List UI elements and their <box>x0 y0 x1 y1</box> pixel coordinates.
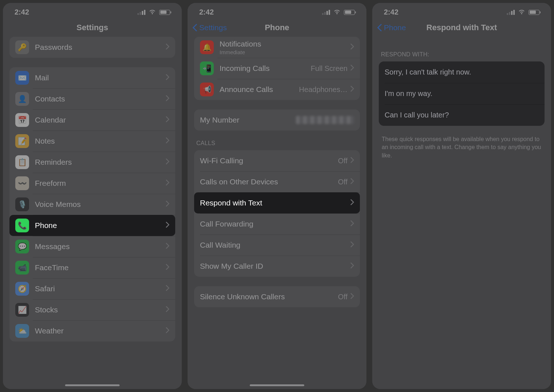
row-calls-other-devices[interactable]: Calls on Other Devices Off <box>194 171 360 192</box>
phone-icon: 📞 <box>15 219 29 232</box>
battery-icon <box>529 10 539 15</box>
settings-row-facetime[interactable]: 📹 FaceTime <box>9 257 175 278</box>
announce-icon: 📢 <box>200 83 214 96</box>
stocks-icon: 📈 <box>15 303 29 317</box>
safari-icon: 🧭 <box>15 282 29 296</box>
incoming-call-icon: 📲 <box>200 61 214 75</box>
chevron-right-icon <box>350 65 354 72</box>
voice-memos-icon: 🎙️ <box>15 197 29 211</box>
settings-row-voice-memos[interactable]: 🎙️ Voice Memos <box>9 194 175 215</box>
row-show-caller-id[interactable]: Show My Caller ID <box>194 256 360 277</box>
section-header-respond: RESPOND WITH: <box>381 51 542 58</box>
navbar: Phone Respond with Text <box>372 19 551 37</box>
chevron-right-icon <box>166 159 169 166</box>
row-incoming-calls[interactable]: 📲 Incoming Calls Full Screen <box>194 58 360 79</box>
row-call-forwarding[interactable]: Call Forwarding <box>194 213 360 235</box>
chevron-right-icon <box>350 86 354 93</box>
chevron-right-icon <box>350 199 354 207</box>
settings-row-passwords[interactable]: 🔑 Passwords <box>9 37 175 58</box>
wifi-icon <box>518 8 526 16</box>
row-call-waiting[interactable]: Call Waiting <box>194 235 360 256</box>
screen-settings: 2:42 Settings 🔑 Passwords ✉️ Mail 👤 <box>3 3 182 389</box>
row-notifications[interactable]: 🔔 Notifications Immediate <box>194 37 360 58</box>
settings-row-reminders[interactable]: 📋 Reminders <box>9 152 175 173</box>
settings-row-contacts[interactable]: 👤 Contacts <box>9 88 175 109</box>
section-header-calls: CALLS <box>196 140 358 147</box>
home-indicator[interactable] <box>65 384 120 386</box>
navbar: Settings <box>3 19 182 37</box>
key-icon: 🔑 <box>15 40 29 54</box>
chevron-right-icon <box>166 201 169 208</box>
chevron-right-icon <box>166 137 169 145</box>
battery-icon <box>159 10 170 15</box>
response-input-2[interactable] <box>385 83 539 104</box>
chevron-right-icon <box>350 293 354 300</box>
contacts-icon: 👤 <box>15 92 29 106</box>
settings-row-freeform[interactable]: 〰️ Freeform <box>9 173 175 194</box>
chevron-right-icon <box>350 220 354 228</box>
status-time: 2:42 <box>384 8 398 16</box>
bell-icon: 🔔 <box>200 40 214 54</box>
settings-list[interactable]: 🔑 Passwords ✉️ Mail 👤 Contacts 📅 Calenda… <box>3 37 182 389</box>
redacted-number <box>296 116 354 124</box>
chevron-right-icon <box>166 74 169 81</box>
calendar-icon: 📅 <box>15 113 29 127</box>
chevron-right-icon <box>166 264 169 271</box>
status-right <box>322 8 355 16</box>
cellular-signal-icon <box>322 10 330 15</box>
mail-icon: ✉️ <box>15 71 29 85</box>
home-indicator[interactable] <box>250 384 304 386</box>
response-row[interactable] <box>379 83 545 104</box>
settings-row-notes[interactable]: 📝 Notes <box>9 131 175 152</box>
response-row[interactable] <box>379 61 545 83</box>
section-footer: These quick responses will be available … <box>382 135 542 160</box>
facetime-icon: 📹 <box>15 261 29 275</box>
settings-row-safari[interactable]: 🧭 Safari <box>9 278 175 299</box>
chevron-right-icon <box>350 241 354 249</box>
chevron-right-icon <box>350 44 354 51</box>
settings-row-phone[interactable]: 📞 Phone <box>9 215 175 236</box>
chevron-right-icon <box>166 306 169 313</box>
settings-row-messages[interactable]: 💬 Messages <box>9 236 175 257</box>
settings-row-stocks[interactable]: 📈 Stocks <box>9 299 175 320</box>
row-respond-with-text[interactable]: Respond with Text <box>194 192 360 213</box>
chevron-right-icon <box>350 178 354 185</box>
respond-list: RESPOND WITH: These quick responses will… <box>372 37 551 389</box>
wifi-icon <box>333 8 341 16</box>
row-silence-unknown[interactable]: Silence Unknown Callers Off <box>194 286 360 307</box>
nav-title: Phone <box>188 23 366 32</box>
status-bar: 2:42 <box>3 3 182 19</box>
chevron-right-icon <box>166 95 169 103</box>
settings-row-calendar[interactable]: 📅 Calendar <box>9 109 175 131</box>
response-input-1[interactable] <box>385 61 539 83</box>
nav-title: Settings <box>3 23 182 32</box>
screen-phone-settings: 2:42 Settings Phone 🔔 Notifications Imme… <box>188 3 366 389</box>
status-right <box>137 8 170 16</box>
chevron-right-icon <box>166 116 169 124</box>
weather-icon: ⛅ <box>15 324 29 338</box>
freeform-icon: 〰️ <box>15 176 29 190</box>
chevron-right-icon <box>350 157 354 164</box>
navbar: Settings Phone <box>188 19 366 37</box>
phone-settings-list[interactable]: 🔔 Notifications Immediate 📲 Incoming Cal… <box>188 37 366 389</box>
cellular-signal-icon <box>137 10 145 15</box>
nav-title: Respond with Text <box>372 23 551 32</box>
response-row[interactable] <box>379 104 545 126</box>
row-wifi-calling[interactable]: Wi-Fi Calling Off <box>194 150 360 171</box>
chevron-right-icon <box>166 327 169 335</box>
settings-row-weather[interactable]: ⛅ Weather <box>9 320 175 341</box>
cellular-signal-icon <box>507 10 515 15</box>
chevron-right-icon <box>166 180 169 187</box>
response-input-3[interactable] <box>385 104 539 126</box>
messages-icon: 💬 <box>15 240 29 253</box>
settings-row-mail[interactable]: ✉️ Mail <box>9 67 175 88</box>
row-my-number[interactable]: My Number <box>194 109 360 131</box>
status-bar: 2:42 <box>372 3 551 19</box>
status-right <box>507 8 539 16</box>
screen-respond-with-text: 2:42 Phone Respond with Text RESPOND WIT… <box>372 3 551 389</box>
battery-icon <box>344 10 355 15</box>
reminders-icon: 📋 <box>15 155 29 169</box>
chevron-right-icon <box>166 222 169 229</box>
wifi-icon <box>148 8 156 16</box>
row-announce-calls[interactable]: 📢 Announce Calls Headphones… <box>194 79 360 100</box>
